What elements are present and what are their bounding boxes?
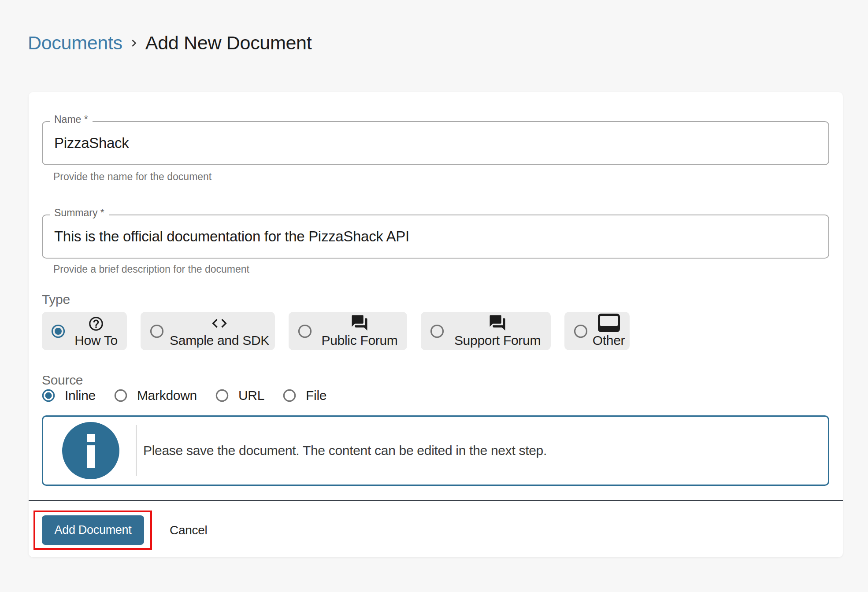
radio-selected-icon[interactable] bbox=[51, 324, 65, 338]
code-icon bbox=[211, 314, 228, 332]
breadcrumb: Documents Add New Document bbox=[28, 32, 312, 54]
forum-icon bbox=[350, 314, 369, 332]
chevron-right-icon bbox=[127, 36, 141, 50]
type-option-other[interactable]: Other bbox=[564, 312, 630, 350]
summary-field-value[interactable]: This is the official documentation for t… bbox=[54, 228, 409, 245]
name-field[interactable]: Name * PizzaShack bbox=[42, 121, 829, 165]
type-option-label: Support Forum bbox=[454, 333, 541, 348]
type-option-label: Sample and SDK bbox=[170, 333, 269, 348]
radio-unselected-icon[interactable] bbox=[114, 389, 127, 402]
radio-unselected-icon[interactable] bbox=[283, 389, 296, 402]
summary-helper-text: Provide a brief description for the docu… bbox=[53, 263, 249, 275]
source-option-url[interactable]: URL bbox=[238, 388, 264, 403]
radio-unselected-icon[interactable] bbox=[215, 389, 229, 402]
type-options-row: How To Sample and SDK Public F bbox=[42, 312, 630, 350]
breadcrumb-link-documents[interactable]: Documents bbox=[28, 32, 122, 54]
form-divider bbox=[29, 500, 843, 501]
summary-field[interactable]: Summary * This is the official documenta… bbox=[42, 215, 829, 259]
info-alert: Please save the document. The content ca… bbox=[42, 415, 829, 486]
add-document-button[interactable]: Add Document bbox=[42, 515, 144, 545]
cancel-button[interactable]: Cancel bbox=[170, 523, 207, 537]
radio-unselected-icon[interactable] bbox=[430, 324, 444, 338]
name-helper-text: Provide the name for the document bbox=[53, 171, 211, 183]
radio-selected-icon[interactable] bbox=[42, 389, 55, 402]
type-option-how-to[interactable]: How To bbox=[42, 312, 127, 350]
alert-message: Please save the document. The content ca… bbox=[143, 443, 547, 458]
radio-unselected-icon[interactable] bbox=[150, 324, 164, 338]
help-icon bbox=[88, 314, 104, 332]
type-option-public-forum[interactable]: Public Forum bbox=[289, 312, 407, 350]
type-section-label: Type bbox=[42, 292, 70, 307]
info-icon bbox=[62, 422, 119, 479]
radio-unselected-icon[interactable] bbox=[574, 324, 588, 338]
type-option-label: Public Forum bbox=[321, 333, 397, 348]
name-field-label: Name * bbox=[50, 114, 93, 126]
forum-icon bbox=[488, 314, 507, 332]
type-option-label: Other bbox=[593, 333, 625, 348]
alert-divider bbox=[136, 425, 137, 476]
source-option-inline[interactable]: Inline bbox=[65, 388, 96, 403]
source-option-markdown[interactable]: Markdown bbox=[137, 388, 197, 403]
page-title: Add New Document bbox=[145, 32, 312, 54]
type-option-sample-sdk[interactable]: Sample and SDK bbox=[141, 312, 275, 350]
summary-field-label: Summary * bbox=[50, 207, 109, 219]
source-option-file[interactable]: File bbox=[306, 388, 326, 403]
radio-unselected-icon[interactable] bbox=[298, 324, 312, 338]
screen-icon bbox=[598, 314, 620, 332]
source-options-row: Inline Markdown URL File bbox=[42, 382, 345, 409]
name-field-value[interactable]: PizzaShack bbox=[54, 135, 129, 152]
add-document-form-card: Name * PizzaShack Provide the name for t… bbox=[29, 92, 843, 557]
type-option-label: How To bbox=[74, 333, 118, 348]
type-option-support-forum[interactable]: Support Forum bbox=[421, 312, 551, 350]
